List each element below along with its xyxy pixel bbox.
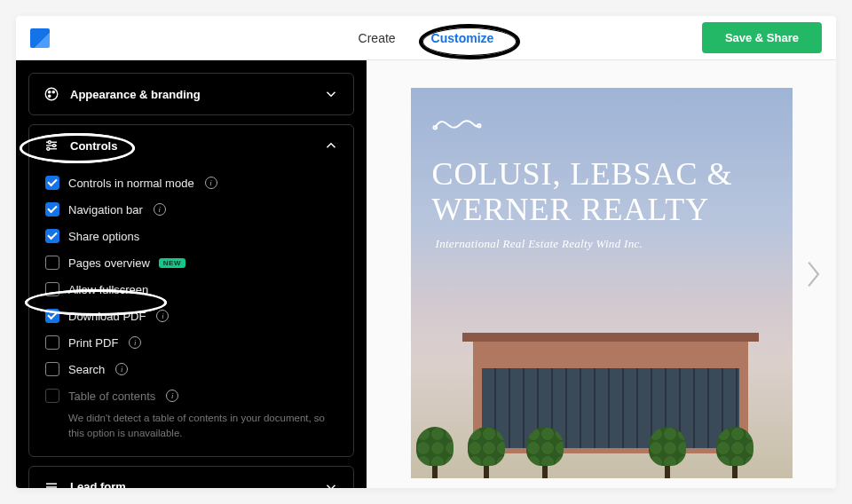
control-label: Pages overview xyxy=(68,256,150,270)
new-badge: NEW xyxy=(159,258,185,268)
section-lead-form: Lead form xyxy=(28,466,354,489)
checkbox-print-pdf[interactable] xyxy=(45,335,59,350)
section-controls-label: Controls xyxy=(70,139,117,153)
control-normal-mode[interactable]: Controls in normal mode i xyxy=(38,169,344,196)
form-icon xyxy=(43,479,59,489)
section-appearance-header[interactable]: Appearance & branding xyxy=(29,74,353,114)
chevron-right-icon xyxy=(805,259,823,289)
checkbox-toc xyxy=(45,389,59,403)
checkbox-nav-bar[interactable] xyxy=(45,202,59,217)
checkbox-search[interactable] xyxy=(45,362,59,376)
control-search[interactable]: Search i xyxy=(38,356,344,382)
control-label: Print PDF xyxy=(68,336,118,350)
info-icon[interactable]: i xyxy=(166,390,178,402)
next-page-button[interactable] xyxy=(802,256,825,292)
control-download-pdf[interactable]: Download PDF i xyxy=(38,303,344,329)
section-appearance-label: Appearance & branding xyxy=(70,88,201,101)
palette-icon xyxy=(43,86,59,102)
chevron-down-icon xyxy=(323,479,339,489)
svg-point-1 xyxy=(49,91,51,93)
control-fullscreen[interactable]: Allow fullscreen xyxy=(38,276,344,303)
section-lead-form-header[interactable]: Lead form xyxy=(29,467,353,489)
control-share[interactable]: Share options xyxy=(38,223,344,249)
info-icon[interactable]: i xyxy=(205,177,217,189)
chevron-down-icon xyxy=(323,86,339,102)
svg-point-9 xyxy=(47,147,50,150)
control-label: Allow fullscreen xyxy=(68,283,148,296)
control-label: Download PDF xyxy=(68,310,146,323)
info-icon[interactable]: i xyxy=(129,336,141,349)
toc-unavailable-note: We didn't detect a table of contents in … xyxy=(38,409,344,447)
document-page[interactable]: COLUSI, LEBSAC & WERNER REALTY Internati… xyxy=(411,88,793,478)
control-label: Controls in normal mode xyxy=(68,177,194,190)
checkbox-share[interactable] xyxy=(45,229,59,243)
section-appearance: Appearance & branding xyxy=(28,73,354,115)
control-label: Navigation bar xyxy=(68,203,143,217)
doc-subtitle: International Real Estate Realty Wind In… xyxy=(436,237,643,251)
section-lead-form-label: Lead form xyxy=(70,480,126,488)
save-share-button[interactable]: Save & Share xyxy=(702,22,822,53)
control-label: Share options xyxy=(68,230,139,243)
control-pages-overview[interactable]: Pages overview NEW xyxy=(38,249,344,276)
info-icon[interactable]: i xyxy=(154,203,166,216)
app-logo xyxy=(30,28,50,48)
document-preview: COLUSI, LEBSAC & WERNER REALTY Internati… xyxy=(367,60,836,488)
sliders-icon xyxy=(43,138,59,154)
section-controls-header[interactable]: Controls xyxy=(29,125,353,166)
doc-title: COLUSI, LEBSAC & WERNER REALTY xyxy=(432,157,771,227)
tabs: Create Customize xyxy=(353,28,500,49)
tab-customize[interactable]: Customize xyxy=(426,28,500,49)
svg-point-3 xyxy=(49,95,51,97)
info-icon[interactable]: i xyxy=(156,310,169,322)
control-label: Table of contents xyxy=(68,390,155,403)
doc-logo-icon xyxy=(432,114,482,134)
control-label: Search xyxy=(68,363,105,376)
control-toc: Table of contents i xyxy=(38,382,344,409)
info-icon[interactable]: i xyxy=(115,363,128,375)
tab-create[interactable]: Create xyxy=(353,28,401,49)
topbar: Create Customize Save & Share xyxy=(16,16,836,60)
customize-sidebar: Appearance & branding Controls Controls … xyxy=(16,60,367,488)
checkbox-normal-mode[interactable] xyxy=(45,176,59,190)
svg-point-0 xyxy=(45,88,58,100)
control-print-pdf[interactable]: Print PDF i xyxy=(38,329,344,356)
section-controls: Controls Controls in normal mode i Navig… xyxy=(28,124,354,457)
svg-point-7 xyxy=(48,141,51,144)
control-nav-bar[interactable]: Navigation bar i xyxy=(38,196,344,223)
svg-point-8 xyxy=(53,145,56,147)
checkbox-download-pdf[interactable] xyxy=(45,309,59,323)
doc-hero-image xyxy=(411,310,793,478)
svg-point-2 xyxy=(52,91,54,93)
checkbox-pages-overview[interactable] xyxy=(45,256,59,270)
chevron-up-icon xyxy=(323,138,339,154)
checkbox-fullscreen[interactable] xyxy=(45,282,59,296)
